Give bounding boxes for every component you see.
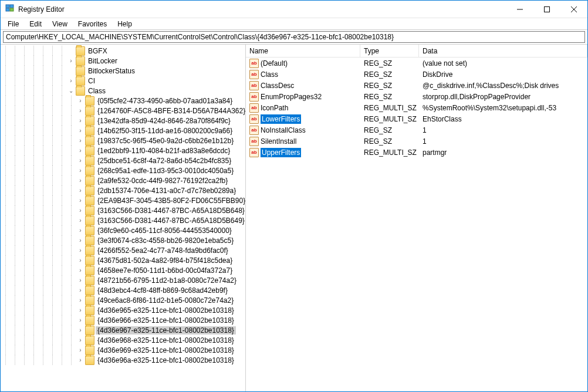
tree-item[interactable]: BGFX bbox=[1, 46, 245, 56]
tree-pane[interactable]: BGFX›BitLockerBitlockerStatus›CI⌄Class›{… bbox=[1, 45, 246, 391]
tree-item-label: BitlockerStatus bbox=[86, 67, 137, 75]
expand-toggle-icon[interactable]: › bbox=[76, 347, 85, 353]
folder-icon bbox=[85, 186, 94, 195]
expand-toggle-icon[interactable]: › bbox=[76, 207, 85, 214]
tree-item[interactable]: ›{4d36e968-e325-11ce-bfc1-08002be10318} bbox=[1, 335, 245, 345]
minimize-button[interactable] bbox=[506, 1, 533, 18]
close-button[interactable] bbox=[560, 1, 587, 18]
tree-item[interactable]: ›{43675d81-502a-4a82-9f84-b75f418c5dea} bbox=[1, 255, 245, 265]
tree-item[interactable]: ›{1264760F-A5C8-4BFE-B314-D56A7B44A362} bbox=[1, 106, 245, 116]
expand-toggle-icon[interactable]: › bbox=[76, 327, 85, 333]
tree-item[interactable]: ›{4d36e965-e325-11ce-bfc1-08002be10318} bbox=[1, 305, 245, 315]
folder-icon bbox=[85, 106, 94, 116]
value-row[interactable]: (Default) REG_SZ (value not set) bbox=[246, 58, 587, 69]
value-row[interactable]: IconPath REG_MULTI_SZ %SystemRoot%\Syste… bbox=[246, 102, 587, 113]
expand-toggle-icon[interactable]: › bbox=[76, 267, 85, 273]
expand-toggle-icon[interactable]: › bbox=[76, 227, 85, 234]
folder-icon bbox=[76, 46, 85, 56]
menu-file[interactable]: File bbox=[3, 19, 23, 29]
expand-toggle-icon[interactable]: › bbox=[76, 317, 85, 323]
tree-item[interactable]: ›{4d36e967-e325-11ce-bfc1-08002be10318} bbox=[1, 325, 245, 335]
expand-toggle-icon[interactable]: › bbox=[76, 167, 85, 174]
tree-item[interactable]: ›{14b62f50-3f15-11dd-ae16-0800200c9a66} bbox=[1, 126, 245, 136]
value-row[interactable]: Class REG_SZ DiskDrive bbox=[246, 69, 587, 80]
expand-toggle-icon[interactable]: › bbox=[76, 277, 85, 283]
expand-toggle-icon[interactable]: › bbox=[66, 58, 76, 64]
tree-item[interactable]: ›{49ce6ac8-6f86-11d2-b1e5-0080c72e74a2} bbox=[1, 295, 245, 305]
value-row[interactable]: SilentInstall REG_SZ 1 bbox=[246, 136, 587, 147]
menu-view[interactable]: View bbox=[48, 19, 72, 29]
tree-item-label: {48721b56-6795-11d2-b1a8-0080c72e74a2} bbox=[96, 276, 238, 285]
expand-toggle-icon[interactable]: › bbox=[76, 297, 85, 303]
expand-toggle-icon[interactable]: › bbox=[76, 357, 85, 363]
expand-toggle-icon[interactable]: › bbox=[76, 107, 85, 114]
expand-toggle-icon[interactable]: ⌄ bbox=[66, 87, 76, 94]
tree-item[interactable]: ›{25dbce51-6c8f-4a72-8a6d-b54c2b4fc835} bbox=[1, 156, 245, 165]
expand-toggle-icon[interactable]: › bbox=[76, 237, 85, 244]
tree-item[interactable]: ⌄Class bbox=[1, 86, 245, 96]
expand-toggle-icon[interactable]: › bbox=[76, 187, 85, 194]
tree-item[interactable]: ›{36fc9e60-c465-11cf-8056-444553540000} bbox=[1, 225, 245, 235]
tree-item[interactable]: ›CI bbox=[1, 76, 245, 86]
tree-item[interactable]: ›{2EA9B43F-3045-43B5-80F2-FD06C55FBB90} bbox=[1, 195, 245, 205]
tree-item[interactable]: ›{48d3ebc4-4cf8-48ff-b869-9c68ad42eb9f} bbox=[1, 285, 245, 295]
menu-favorites[interactable]: Favorites bbox=[73, 19, 111, 29]
tree-item[interactable]: ›{4d36e966-e325-11ce-bfc1-08002be10318} bbox=[1, 315, 245, 325]
value-row[interactable]: EnumPropPages32 REG_SZ storprop.dll,Disk… bbox=[246, 91, 587, 102]
expand-toggle-icon[interactable]: › bbox=[76, 177, 85, 184]
expand-toggle-icon[interactable]: › bbox=[76, 287, 85, 293]
address-bar[interactable]: Computer\HKEY_LOCAL_MACHINE\SYSTEM\Curre… bbox=[3, 31, 585, 43]
folder-icon bbox=[85, 226, 94, 235]
tree-item[interactable]: ›{4d36e969-e325-11ce-bfc1-08002be10318} bbox=[1, 345, 245, 355]
column-header-data[interactable]: Data bbox=[419, 45, 587, 57]
tree-item-label: {4d36e968-e325-11ce-bfc1-08002be10318} bbox=[96, 336, 236, 344]
expand-toggle-icon[interactable]: › bbox=[76, 337, 85, 343]
folder-icon bbox=[85, 356, 94, 365]
expand-toggle-icon[interactable]: › bbox=[76, 257, 85, 263]
menu-edit[interactable]: Edit bbox=[25, 19, 46, 29]
expand-toggle-icon[interactable]: › bbox=[76, 247, 85, 254]
tree-item[interactable]: ›{4d36e96a-e325-11ce-bfc1-08002be10318} bbox=[1, 355, 245, 365]
title-bar: Registry Editor bbox=[1, 1, 587, 18]
tree-item[interactable]: BitlockerStatus bbox=[1, 66, 245, 76]
tree-item[interactable]: ›{2a9fe532-0cdc-44f9-9827-76192f2ca2fb} bbox=[1, 175, 245, 185]
tree-item[interactable]: ›{19837c5c-96f5-45e0-9a2d-c6bb26e1b12b} bbox=[1, 136, 245, 146]
tree-item[interactable]: ›{13e42dfa-85d9-424d-8646-28a70f864f9c} bbox=[1, 116, 245, 126]
expand-toggle-icon[interactable]: › bbox=[76, 127, 85, 134]
value-row[interactable]: UpperFilters REG_MULTI_SZ partmgr bbox=[246, 147, 587, 158]
folder-icon bbox=[85, 156, 94, 165]
tree-item-label: BitLocker bbox=[86, 57, 119, 65]
expand-toggle-icon[interactable]: › bbox=[76, 147, 85, 154]
column-header-type[interactable]: Type bbox=[360, 45, 419, 57]
tree-item-label: {4658ee7e-f050-11d1-b6bd-00c04fa372a7} bbox=[96, 266, 234, 275]
value-row[interactable]: NoInstallClass REG_SZ 1 bbox=[246, 124, 587, 136]
expand-toggle-icon[interactable]: › bbox=[76, 117, 85, 124]
tree-item[interactable]: ›{4266f552-5ea2-4c77-a748-fda9bd6fac0f} bbox=[1, 245, 245, 255]
menu-help[interactable]: Help bbox=[113, 19, 137, 29]
column-header-name[interactable]: Name bbox=[246, 45, 360, 57]
expand-toggle-icon[interactable]: › bbox=[76, 97, 85, 104]
expand-toggle-icon[interactable]: › bbox=[76, 217, 85, 224]
expand-toggle-icon[interactable]: › bbox=[76, 307, 85, 313]
expand-toggle-icon[interactable]: › bbox=[76, 197, 85, 204]
tree-item[interactable]: ›{4658ee7e-f050-11d1-b6bd-00c04fa372a7} bbox=[1, 265, 245, 275]
value-data: %SystemRoot%\System32\setupapi.dll,-53 bbox=[419, 104, 587, 112]
tree-item[interactable]: ›{48721b56-6795-11d2-b1a8-0080c72e74a2} bbox=[1, 275, 245, 285]
maximize-button[interactable] bbox=[533, 1, 560, 18]
tree-item[interactable]: ›{2db15374-706e-4131-a0c7-d7c78eb0289a} bbox=[1, 185, 245, 195]
tree-item[interactable]: ›BitLocker bbox=[1, 56, 245, 66]
value-name: (Default) bbox=[261, 59, 288, 67]
tree-item[interactable]: ›{05f5cfe2-4733-4950-a6bb-07aad01a3a84} bbox=[1, 96, 245, 106]
tree-item[interactable]: ›{1ed2bbf9-11f0-4084-b21f-ad83a8e6dcdc} bbox=[1, 146, 245, 156]
tree-item[interactable]: ›{268c95a1-edfe-11d3-95c3-0010dc4050a5} bbox=[1, 165, 245, 175]
string-value-icon bbox=[249, 148, 259, 157]
value-row[interactable]: LowerFilters REG_MULTI_SZ EhStorClass bbox=[246, 113, 587, 124]
expand-toggle-icon[interactable]: › bbox=[66, 77, 76, 84]
tree-item[interactable]: ›{3e3f0674-c83c-4558-bb26-9820e1eba5c5} bbox=[1, 235, 245, 245]
values-pane[interactable]: Name Type Data (Default) REG_SZ (value n… bbox=[246, 45, 587, 391]
value-row[interactable]: ClassDesc REG_SZ @c_diskdrive.inf,%Class… bbox=[246, 80, 587, 91]
expand-toggle-icon[interactable]: › bbox=[76, 157, 85, 164]
tree-item[interactable]: ›{3163C566-D381-4467-87BC-A65A18D5B649} bbox=[1, 215, 245, 225]
tree-item[interactable]: ›{3163C566-D381-4467-87BC-A65A18D5B648} bbox=[1, 205, 245, 215]
expand-toggle-icon[interactable]: › bbox=[76, 137, 85, 144]
